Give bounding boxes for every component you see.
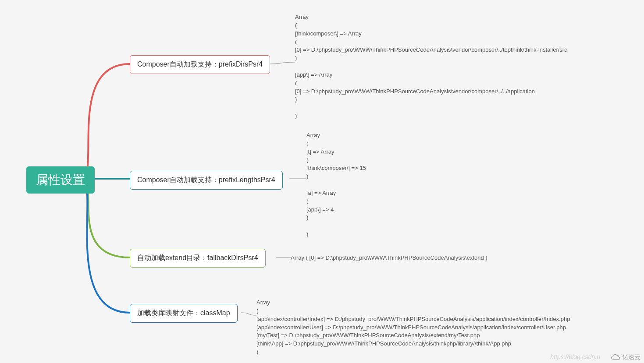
- watermark-csdn: https://blog.csdn.n: [550, 353, 600, 360]
- node-fallbackDirsPsr4[interactable]: 自动加载extend目录：fallbackDirsPsr4: [130, 249, 266, 268]
- watermark-yisu: 亿速云: [611, 353, 640, 361]
- node-prefixLengthsPsr4[interactable]: Composer自动加载支持：prefixLengthsPsr4: [130, 171, 283, 190]
- node-classMap[interactable]: 加载类库映射文件：classMap: [130, 304, 238, 323]
- leaf-classMap-value: Array ( [app\index\controller\Index] => …: [256, 299, 570, 356]
- leaf-prefixDirsPsr4-value: Array ( [think\composer\] => Array ( [0]…: [295, 13, 567, 120]
- leaf-prefixLengthsPsr4-value: Array ( [t] => Array ( [think\composer\]…: [306, 131, 366, 239]
- cloud-icon: [611, 353, 620, 361]
- node-prefixDirsPsr4[interactable]: Composer自动加载支持：prefixDirsPsr4: [130, 55, 270, 74]
- root-node[interactable]: 属性设置: [26, 166, 95, 194]
- leaf-fallbackDirsPsr4-value: Array ( [0] => D:\phpstudy_pro\WWW\Think…: [291, 254, 487, 262]
- mindmap-canvas[interactable]: 属性设置 Composer自动加载支持：prefixDirsPsr4 Compo…: [0, 0, 644, 363]
- watermark-text: 亿速云: [622, 353, 640, 361]
